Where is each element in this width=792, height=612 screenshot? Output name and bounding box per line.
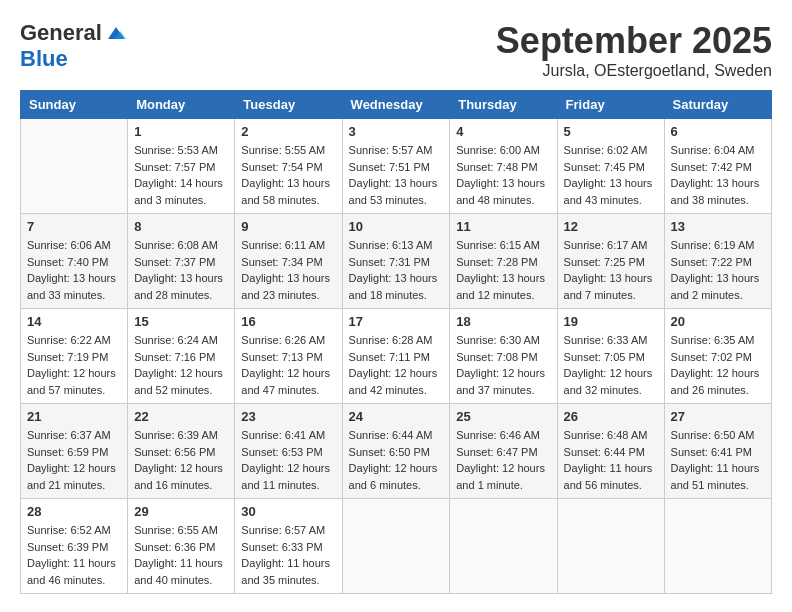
calendar-week-row: 21 Sunrise: 6:37 AMSunset: 6:59 PMDaylig… <box>21 404 772 499</box>
column-header-sunday: Sunday <box>21 91 128 119</box>
calendar-cell: 13 Sunrise: 6:19 AMSunset: 7:22 PMDaylig… <box>664 214 771 309</box>
day-info: Sunrise: 6:15 AMSunset: 7:28 PMDaylight:… <box>456 237 550 303</box>
day-number: 5 <box>564 124 658 139</box>
day-number: 14 <box>27 314 121 329</box>
day-number: 24 <box>349 409 444 424</box>
calendar-cell: 7 Sunrise: 6:06 AMSunset: 7:40 PMDayligh… <box>21 214 128 309</box>
calendar-cell: 12 Sunrise: 6:17 AMSunset: 7:25 PMDaylig… <box>557 214 664 309</box>
day-number: 6 <box>671 124 765 139</box>
calendar-cell <box>342 499 450 594</box>
calendar-cell: 23 Sunrise: 6:41 AMSunset: 6:53 PMDaylig… <box>235 404 342 499</box>
day-info: Sunrise: 6:19 AMSunset: 7:22 PMDaylight:… <box>671 237 765 303</box>
logo-blue-text: Blue <box>20 46 68 72</box>
calendar-week-row: 14 Sunrise: 6:22 AMSunset: 7:19 PMDaylig… <box>21 309 772 404</box>
day-info: Sunrise: 6:57 AMSunset: 6:33 PMDaylight:… <box>241 522 335 588</box>
calendar-cell: 24 Sunrise: 6:44 AMSunset: 6:50 PMDaylig… <box>342 404 450 499</box>
day-info: Sunrise: 6:46 AMSunset: 6:47 PMDaylight:… <box>456 427 550 493</box>
day-info: Sunrise: 6:13 AMSunset: 7:31 PMDaylight:… <box>349 237 444 303</box>
day-number: 12 <box>564 219 658 234</box>
calendar-cell: 22 Sunrise: 6:39 AMSunset: 6:56 PMDaylig… <box>128 404 235 499</box>
day-info: Sunrise: 6:55 AMSunset: 6:36 PMDaylight:… <box>134 522 228 588</box>
calendar-cell: 9 Sunrise: 6:11 AMSunset: 7:34 PMDayligh… <box>235 214 342 309</box>
day-info: Sunrise: 6:52 AMSunset: 6:39 PMDaylight:… <box>27 522 121 588</box>
calendar-cell: 27 Sunrise: 6:50 AMSunset: 6:41 PMDaylig… <box>664 404 771 499</box>
day-info: Sunrise: 6:33 AMSunset: 7:05 PMDaylight:… <box>564 332 658 398</box>
calendar-week-row: 1 Sunrise: 5:53 AMSunset: 7:57 PMDayligh… <box>21 119 772 214</box>
day-info: Sunrise: 6:35 AMSunset: 7:02 PMDaylight:… <box>671 332 765 398</box>
calendar-week-row: 28 Sunrise: 6:52 AMSunset: 6:39 PMDaylig… <box>21 499 772 594</box>
day-number: 22 <box>134 409 228 424</box>
calendar-cell <box>664 499 771 594</box>
column-header-saturday: Saturday <box>664 91 771 119</box>
calendar-cell: 3 Sunrise: 5:57 AMSunset: 7:51 PMDayligh… <box>342 119 450 214</box>
calendar-cell <box>21 119 128 214</box>
calendar-cell: 11 Sunrise: 6:15 AMSunset: 7:28 PMDaylig… <box>450 214 557 309</box>
day-number: 13 <box>671 219 765 234</box>
logo: General Blue <box>20 20 128 72</box>
calendar-cell: 5 Sunrise: 6:02 AMSunset: 7:45 PMDayligh… <box>557 119 664 214</box>
location: Jursla, OEstergoetland, Sweden <box>496 62 772 80</box>
calendar-cell: 1 Sunrise: 5:53 AMSunset: 7:57 PMDayligh… <box>128 119 235 214</box>
day-number: 1 <box>134 124 228 139</box>
day-info: Sunrise: 6:50 AMSunset: 6:41 PMDaylight:… <box>671 427 765 493</box>
day-info: Sunrise: 6:08 AMSunset: 7:37 PMDaylight:… <box>134 237 228 303</box>
calendar-cell: 29 Sunrise: 6:55 AMSunset: 6:36 PMDaylig… <box>128 499 235 594</box>
logo-general-text: General <box>20 20 102 46</box>
day-info: Sunrise: 6:37 AMSunset: 6:59 PMDaylight:… <box>27 427 121 493</box>
day-info: Sunrise: 6:02 AMSunset: 7:45 PMDaylight:… <box>564 142 658 208</box>
day-number: 15 <box>134 314 228 329</box>
day-number: 8 <box>134 219 228 234</box>
day-number: 26 <box>564 409 658 424</box>
column-header-friday: Friday <box>557 91 664 119</box>
title-section: September 2025 Jursla, OEstergoetland, S… <box>496 20 772 80</box>
day-info: Sunrise: 6:48 AMSunset: 6:44 PMDaylight:… <box>564 427 658 493</box>
day-number: 17 <box>349 314 444 329</box>
calendar-week-row: 7 Sunrise: 6:06 AMSunset: 7:40 PMDayligh… <box>21 214 772 309</box>
day-number: 16 <box>241 314 335 329</box>
calendar-cell <box>450 499 557 594</box>
day-info: Sunrise: 5:57 AMSunset: 7:51 PMDaylight:… <box>349 142 444 208</box>
month-title: September 2025 <box>496 20 772 62</box>
day-info: Sunrise: 6:24 AMSunset: 7:16 PMDaylight:… <box>134 332 228 398</box>
day-number: 11 <box>456 219 550 234</box>
calendar-cell: 26 Sunrise: 6:48 AMSunset: 6:44 PMDaylig… <box>557 404 664 499</box>
calendar-cell: 15 Sunrise: 6:24 AMSunset: 7:16 PMDaylig… <box>128 309 235 404</box>
calendar-header-row: SundayMondayTuesdayWednesdayThursdayFrid… <box>21 91 772 119</box>
day-number: 29 <box>134 504 228 519</box>
day-info: Sunrise: 6:04 AMSunset: 7:42 PMDaylight:… <box>671 142 765 208</box>
calendar-cell: 20 Sunrise: 6:35 AMSunset: 7:02 PMDaylig… <box>664 309 771 404</box>
day-info: Sunrise: 6:00 AMSunset: 7:48 PMDaylight:… <box>456 142 550 208</box>
calendar-cell <box>557 499 664 594</box>
day-info: Sunrise: 6:22 AMSunset: 7:19 PMDaylight:… <box>27 332 121 398</box>
day-number: 2 <box>241 124 335 139</box>
column-header-tuesday: Tuesday <box>235 91 342 119</box>
day-info: Sunrise: 6:44 AMSunset: 6:50 PMDaylight:… <box>349 427 444 493</box>
calendar-table: SundayMondayTuesdayWednesdayThursdayFrid… <box>20 90 772 594</box>
calendar-cell: 21 Sunrise: 6:37 AMSunset: 6:59 PMDaylig… <box>21 404 128 499</box>
day-info: Sunrise: 6:17 AMSunset: 7:25 PMDaylight:… <box>564 237 658 303</box>
day-info: Sunrise: 6:11 AMSunset: 7:34 PMDaylight:… <box>241 237 335 303</box>
day-info: Sunrise: 6:26 AMSunset: 7:13 PMDaylight:… <box>241 332 335 398</box>
day-info: Sunrise: 6:28 AMSunset: 7:11 PMDaylight:… <box>349 332 444 398</box>
column-header-monday: Monday <box>128 91 235 119</box>
day-number: 28 <box>27 504 121 519</box>
day-number: 19 <box>564 314 658 329</box>
calendar-cell: 6 Sunrise: 6:04 AMSunset: 7:42 PMDayligh… <box>664 119 771 214</box>
day-info: Sunrise: 5:53 AMSunset: 7:57 PMDaylight:… <box>134 142 228 208</box>
day-info: Sunrise: 6:41 AMSunset: 6:53 PMDaylight:… <box>241 427 335 493</box>
calendar-cell: 19 Sunrise: 6:33 AMSunset: 7:05 PMDaylig… <box>557 309 664 404</box>
page-header: General Blue September 2025 Jursla, OEst… <box>20 20 772 80</box>
day-number: 30 <box>241 504 335 519</box>
day-info: Sunrise: 6:06 AMSunset: 7:40 PMDaylight:… <box>27 237 121 303</box>
day-number: 21 <box>27 409 121 424</box>
calendar-cell: 28 Sunrise: 6:52 AMSunset: 6:39 PMDaylig… <box>21 499 128 594</box>
day-number: 3 <box>349 124 444 139</box>
calendar-cell: 16 Sunrise: 6:26 AMSunset: 7:13 PMDaylig… <box>235 309 342 404</box>
calendar-cell: 25 Sunrise: 6:46 AMSunset: 6:47 PMDaylig… <box>450 404 557 499</box>
calendar-cell: 18 Sunrise: 6:30 AMSunset: 7:08 PMDaylig… <box>450 309 557 404</box>
calendar-cell: 2 Sunrise: 5:55 AMSunset: 7:54 PMDayligh… <box>235 119 342 214</box>
column-header-wednesday: Wednesday <box>342 91 450 119</box>
day-number: 27 <box>671 409 765 424</box>
day-info: Sunrise: 5:55 AMSunset: 7:54 PMDaylight:… <box>241 142 335 208</box>
calendar-cell: 10 Sunrise: 6:13 AMSunset: 7:31 PMDaylig… <box>342 214 450 309</box>
